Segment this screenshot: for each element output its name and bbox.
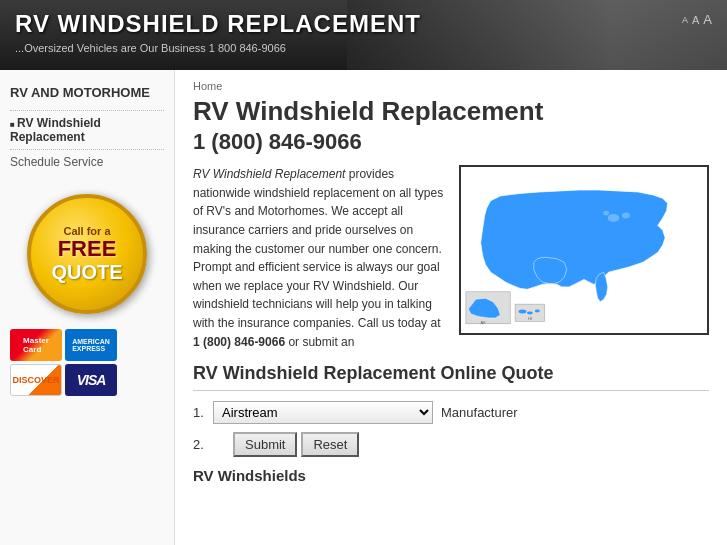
rv-windshields-title: RV Windshields	[193, 467, 709, 484]
form-step-2: 2.	[193, 437, 213, 452]
quote-badge-quote-text: QUOTE	[51, 261, 122, 283]
svg-point-2	[622, 213, 630, 219]
form-row-buttons: 2. Submit Reset	[193, 432, 709, 457]
svg-point-8	[527, 312, 533, 315]
svg-text:AK: AK	[481, 320, 487, 325]
sidebar-item-schedule-service[interactable]: Schedule Service	[10, 149, 164, 174]
amex-icon: AMERICANEXPRESS	[65, 329, 117, 361]
description-phone: 1 (800) 846-9066	[193, 335, 285, 349]
quote-badge-free-text: FREE	[58, 237, 117, 261]
main-content: Home RV Windshield Replacement 1 (800) 8…	[175, 70, 727, 545]
font-default[interactable]: A	[692, 14, 699, 26]
site-subtitle: ...Oversized Vehicles are Our Business 1…	[15, 42, 421, 54]
font-controls: A A A	[682, 12, 712, 27]
quote-form[interactable]: 1. Airstream Fleetwood Winnebago Thor Co…	[193, 401, 709, 457]
content-block: RV Windshield Replacement provides natio…	[193, 165, 709, 351]
payment-icons: MasterCard AMERICANEXPRESS DISCOVER VISA	[10, 329, 164, 396]
font-increase[interactable]: A	[703, 12, 712, 27]
description-body: provides nationwide windshield replaceme…	[193, 167, 443, 330]
description-italic: RV Windshield Replacement	[193, 167, 345, 181]
form-row-manufacturer: 1. Airstream Fleetwood Winnebago Thor Co…	[193, 401, 709, 424]
svg-point-1	[608, 214, 620, 222]
quote-badge-call-text: Call for a	[63, 225, 110, 237]
us-map-svg: AK HI	[461, 167, 707, 333]
quote-badge-container: Call for a FREE QUOTE	[10, 194, 164, 314]
svg-point-7	[519, 310, 527, 314]
sidebar-item-rv-windshield[interactable]: RV Windshield Replacement	[10, 110, 164, 149]
svg-text:HI: HI	[528, 316, 532, 321]
sidebar-item-schedule-label: Schedule Service	[10, 155, 103, 169]
sidebar-item-rv-windshield-label: RV Windshield Replacement	[10, 116, 101, 144]
form-buttons: Submit Reset	[233, 432, 359, 457]
online-quote-title: RV Windshield Replacement Online Quote	[193, 363, 709, 391]
page-layout: RV AND MOTORHOME RV Windshield Replaceme…	[0, 70, 727, 545]
mastercard-icon: MasterCard	[10, 329, 62, 361]
phone-number: 1 (800) 846-9066	[193, 129, 709, 155]
sidebar-section-title: RV AND MOTORHOME	[10, 85, 164, 102]
form-step-1: 1.	[193, 405, 213, 420]
font-decrease[interactable]: A	[682, 15, 688, 25]
manufacturer-label: Manufacturer	[441, 405, 518, 420]
discover-icon: DISCOVER	[10, 364, 62, 396]
site-title: RV WINDSHIELD REPLACEMENT	[15, 10, 421, 38]
reset-button[interactable]: Reset	[301, 432, 359, 457]
header-text-block: RV WINDSHIELD REPLACEMENT ...Oversized V…	[15, 10, 421, 54]
breadcrumb[interactable]: Home	[193, 80, 709, 92]
sidebar: RV AND MOTORHOME RV Windshield Replaceme…	[0, 70, 175, 545]
description-end: or submit an	[288, 335, 354, 349]
header: RV WINDSHIELD REPLACEMENT ...Oversized V…	[0, 0, 727, 70]
submit-button[interactable]: Submit	[233, 432, 297, 457]
manufacturer-dropdown[interactable]: Airstream Fleetwood Winnebago Thor Coach…	[213, 401, 433, 424]
svg-point-3	[603, 211, 609, 216]
quote-badge[interactable]: Call for a FREE QUOTE	[27, 194, 147, 314]
page-title: RV Windshield Replacement	[193, 96, 709, 127]
description-text: RV Windshield Replacement provides natio…	[193, 165, 444, 351]
svg-point-9	[535, 310, 540, 313]
visa-icon: VISA	[65, 364, 117, 396]
us-map: AK HI	[459, 165, 709, 335]
